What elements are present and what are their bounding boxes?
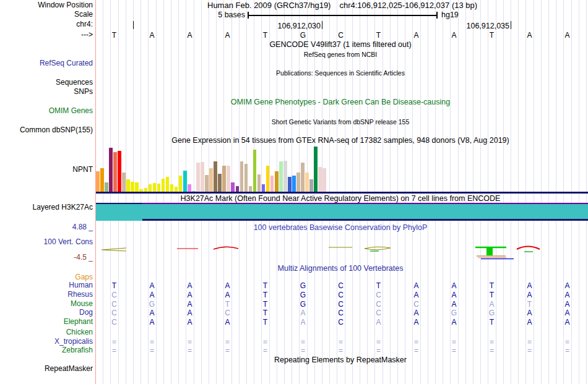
align-base-elephant-9: A bbox=[397, 318, 435, 326]
align-base-dog-6: A bbox=[284, 309, 322, 317]
align-base-elephant-6: A bbox=[284, 318, 322, 326]
align-base-dog-4: C bbox=[209, 309, 246, 317]
align-base-human-1: T bbox=[95, 281, 133, 290]
align-base-mouse-1: C bbox=[95, 300, 133, 309]
align-base-mouse-7: C bbox=[322, 300, 360, 309]
align-base-rhesus-10: A bbox=[435, 291, 473, 299]
cons-green-block bbox=[486, 247, 493, 255]
align-base-dog-8: C bbox=[360, 309, 397, 317]
align-base-mouse-6: G bbox=[284, 300, 322, 309]
align-base-zebrafish-3: = bbox=[171, 346, 209, 355]
align-base-mouse-9: C bbox=[397, 300, 435, 309]
align-base-x_tropicalis-5: = bbox=[246, 338, 284, 346]
align-base-human-4: A bbox=[209, 281, 246, 290]
align-base-rhesus-4: A bbox=[209, 291, 246, 299]
align-base-x_tropicalis-13: = bbox=[548, 338, 586, 346]
align-base-rhesus-2: A bbox=[133, 291, 171, 299]
align-base-zebrafish-8: = bbox=[360, 346, 397, 355]
cons-olive-lens bbox=[365, 247, 391, 250]
align-base-elephant-3: A bbox=[171, 318, 209, 326]
align-base-rhesus-1: C bbox=[95, 291, 133, 299]
align-base-x_tropicalis-10: = bbox=[435, 338, 473, 346]
align-base-human-7: C bbox=[322, 281, 360, 290]
align-base-elephant-7: C bbox=[322, 318, 360, 326]
align-base-rhesus-5: T bbox=[246, 291, 284, 299]
align-base-zebrafish-5: = bbox=[246, 346, 284, 355]
species-label-x_tropicalis[interactable]: X_tropicalis bbox=[0, 338, 93, 346]
align-base-human-5: T bbox=[246, 281, 284, 290]
align-base-mouse-8: C bbox=[360, 300, 397, 309]
align-base-mouse-3: A bbox=[171, 300, 209, 309]
align-base-x_tropicalis-9: = bbox=[397, 338, 435, 346]
align-base-mouse-10: A bbox=[435, 300, 473, 309]
align-base-x_tropicalis-7: = bbox=[322, 338, 360, 346]
align-base-dog-9: A bbox=[397, 309, 435, 317]
align-base-x_tropicalis-1: = bbox=[95, 338, 133, 346]
align-base-elephant-11: T bbox=[473, 318, 511, 326]
align-base-dog-5: T bbox=[246, 309, 284, 317]
align-base-zebrafish-7: = bbox=[322, 346, 360, 355]
align-base-zebrafish-13: = bbox=[548, 346, 586, 355]
align-base-zebrafish-2: = bbox=[133, 346, 171, 355]
species-label-chicken[interactable]: Chicken bbox=[0, 328, 93, 336]
align-base-mouse-13: A bbox=[548, 300, 586, 309]
align-base-human-13: A bbox=[548, 281, 586, 290]
align-base-mouse-4: T bbox=[209, 300, 246, 309]
align-base-rhesus-12: A bbox=[511, 291, 548, 299]
align-base-mouse-12: T bbox=[511, 300, 548, 309]
align-base-human-11: T bbox=[473, 281, 511, 290]
align-base-elephant-2: A bbox=[133, 318, 171, 326]
align-base-rhesus-6: G bbox=[284, 291, 322, 299]
align-base-rhesus-8: C bbox=[360, 291, 397, 299]
align-base-zebrafish-12: = bbox=[511, 346, 548, 355]
align-base-dog-2: A bbox=[133, 309, 171, 317]
align-base-human-9: A bbox=[397, 281, 435, 290]
align-base-zebrafish-10: = bbox=[435, 346, 473, 355]
align-base-dog-3: A bbox=[171, 309, 209, 317]
align-base-elephant-1: C bbox=[95, 318, 133, 326]
repeatmasker-label[interactable]: RepeatMasker bbox=[0, 365, 93, 373]
align-base-zebrafish-11: = bbox=[473, 346, 511, 355]
repeatmasker-track-title[interactable]: Repeating Elements by RepeatMasker bbox=[96, 356, 585, 364]
align-base-mouse-2: G bbox=[133, 300, 171, 309]
align-base-zebrafish-1: = bbox=[95, 346, 133, 355]
align-base-mouse-5: T bbox=[246, 300, 284, 309]
align-base-x_tropicalis-12: = bbox=[511, 338, 548, 346]
align-base-rhesus-3: A bbox=[171, 291, 209, 299]
align-base-rhesus-13: A bbox=[548, 291, 586, 299]
multiz-track-title[interactable]: Multiz Alignments of 100 Vertebrates bbox=[96, 265, 585, 273]
align-base-zebrafish-4: = bbox=[209, 346, 246, 355]
align-base-human-12: A bbox=[511, 281, 548, 290]
align-base-human-6: G bbox=[284, 281, 322, 290]
species-label-zebrafish[interactable]: Zebrafish bbox=[0, 346, 93, 354]
align-base-dog-11: G bbox=[473, 309, 511, 317]
genome-browser-image: Human Feb. 2009 (GRCh37/hg19) chr4:106,9… bbox=[0, 0, 588, 384]
align-base-elephant-10: A bbox=[435, 318, 473, 326]
align-base-human-10: A bbox=[435, 281, 473, 290]
align-base-dog-10: G bbox=[435, 309, 473, 317]
species-label-human[interactable]: Human bbox=[0, 281, 93, 289]
align-base-elephant-12: A bbox=[511, 318, 548, 326]
align-base-dog-13: A bbox=[548, 309, 586, 317]
align-base-human-8: T bbox=[360, 281, 397, 290]
species-label-elephant[interactable]: Elephant bbox=[0, 318, 93, 326]
align-base-elephant-8: A bbox=[360, 318, 397, 326]
align-base-rhesus-7: C bbox=[322, 291, 360, 299]
species-label-dog[interactable]: Dog bbox=[0, 309, 93, 317]
align-base-elephant-5: T bbox=[246, 318, 284, 326]
cons-red-arc-1 bbox=[214, 247, 238, 249]
align-base-x_tropicalis-2: = bbox=[133, 338, 171, 346]
align-base-rhesus-11: T bbox=[473, 291, 511, 299]
align-base-x_tropicalis-11: = bbox=[473, 338, 511, 346]
align-base-x_tropicalis-4: = bbox=[209, 338, 246, 346]
align-base-zebrafish-9: = bbox=[397, 346, 435, 355]
align-base-elephant-4: A bbox=[209, 318, 246, 326]
cons-red-peak bbox=[517, 247, 540, 250]
align-base-zebrafish-6: = bbox=[284, 346, 322, 355]
align-base-elephant-13: A bbox=[548, 318, 586, 326]
align-base-x_tropicalis-6: = bbox=[284, 338, 322, 346]
align-base-human-3: A bbox=[171, 281, 209, 290]
species-label-mouse[interactable]: Mouse bbox=[0, 300, 93, 308]
species-label-rhesus[interactable]: Rhesus bbox=[0, 291, 93, 299]
align-base-x_tropicalis-3: = bbox=[171, 338, 209, 346]
